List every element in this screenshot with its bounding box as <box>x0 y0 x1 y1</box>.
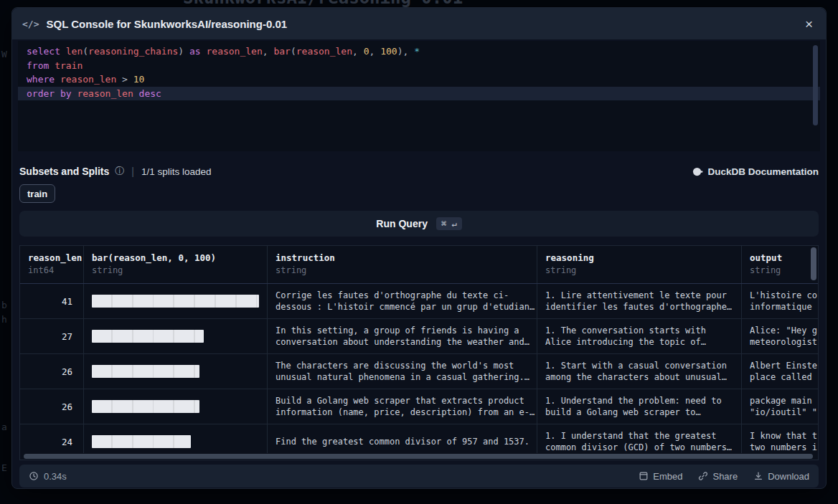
cell-reasoning: 1. Understand the problem: need to build… <box>537 389 742 424</box>
column-header-reason-len: reason_lenint64 <box>20 246 84 283</box>
divider: | <box>130 166 136 177</box>
sql-code-line: select len(reasoning_chains) as reason_l… <box>18 44 820 59</box>
column-header-instruction: instructionstring <box>268 246 537 283</box>
table-row: 27In this setting, a group of friends is… <box>20 319 818 354</box>
table-body: 41Corrige les fautes d'orthographe du te… <box>20 284 818 454</box>
duckdb-documentation-link[interactable]: DuckDB Documentation <box>692 166 819 177</box>
close-icon[interactable]: × <box>802 16 816 32</box>
cell-bar-chart <box>84 389 268 424</box>
cell-reasoning: 1. Lire attentivement le texte pour iden… <box>537 284 742 318</box>
value-bar <box>92 435 191 448</box>
run-query-button[interactable]: Run Query ⌘ ↵ <box>19 211 819 237</box>
results-table: reason_lenint64bar(reason_len, 0, 100)st… <box>19 245 819 460</box>
cell-instruction: In this setting, a group of friends is h… <box>268 319 537 353</box>
info-icon[interactable]: ⓘ <box>115 165 124 178</box>
duckdb-logo-icon <box>692 166 703 177</box>
cell-reason-len: 27 <box>20 319 84 353</box>
share-button[interactable]: Share <box>698 471 738 482</box>
cell-output: I know that t two numbers i <box>742 424 818 454</box>
horizontal-scroll-thumb[interactable] <box>24 454 813 459</box>
value-bar <box>92 295 259 308</box>
table-horizontal-scrollbar[interactable] <box>20 453 818 460</box>
cell-bar-chart <box>84 284 268 318</box>
cell-instruction: Build a Golang web scraper that extracts… <box>268 389 537 424</box>
cell-reason-len: 26 <box>20 389 84 424</box>
keyboard-shortcut-badge: ⌘ ↵ <box>436 217 462 230</box>
cell-instruction: Corrige les fautes d'orthographe du text… <box>268 284 537 318</box>
clock-icon <box>29 471 39 481</box>
background-text-fragment: b <box>1 300 7 310</box>
cell-output: Albert Einste place called <box>742 354 818 389</box>
value-bar <box>92 400 199 413</box>
cell-bar-chart <box>84 354 268 389</box>
cell-instruction: The characters are discussing the world'… <box>268 354 537 389</box>
cell-bar-chart <box>84 424 268 454</box>
cell-bar-chart <box>84 319 268 353</box>
split-chip-train[interactable]: train <box>19 184 55 203</box>
split-chips: train <box>19 184 819 203</box>
background-text-fragment: a <box>1 422 7 432</box>
background-text-fragment: E <box>1 462 7 473</box>
code-icon: </> <box>22 19 39 29</box>
table-row: 41Corrige les fautes d'orthographe du te… <box>20 284 818 319</box>
sql-code: select len(reasoning_chains) as reason_l… <box>18 44 820 100</box>
cell-output: L'histoire co informatique <box>742 284 818 318</box>
embed-icon <box>639 471 649 481</box>
cell-instruction: Find the greatest common divisor of 957 … <box>268 424 537 454</box>
cell-reason-len: 24 <box>20 424 84 454</box>
status-footer: 0.34s Embed Share Down <box>19 465 819 488</box>
sql-code-line: order by reason_len desc <box>18 87 820 101</box>
splits-loaded-status: 1/1 splits loaded <box>141 166 212 177</box>
table-row: 26Build a Golang web scraper that extrac… <box>20 389 818 424</box>
table-vertical-scrollbar[interactable] <box>811 247 816 280</box>
cell-reasoning: 1. The conversation starts with Alice in… <box>537 319 742 353</box>
column-header-reasoning: reasoningstring <box>537 246 742 283</box>
background-text-fragment: W <box>1 49 7 60</box>
sql-console-modal: </> SQL Console for SkunkworksAI/reasoni… <box>11 7 827 489</box>
cell-reason-len: 26 <box>20 354 84 389</box>
cell-reasoning: 1. Start with a casual conversation amon… <box>537 354 742 389</box>
sql-code-line: where reason_len > 10 <box>18 72 820 87</box>
subsets-row: Subsets and Splits ⓘ | 1/1 splits loaded… <box>19 164 819 179</box>
column-header-output: outputstring <box>742 246 818 283</box>
cell-reason-len: 41 <box>20 284 84 318</box>
cell-output: package main "io/ioutil" " <box>742 389 818 424</box>
table-row: 24Find the greatest common divisor of 95… <box>20 424 818 454</box>
query-duration: 0.34s <box>29 471 67 482</box>
editor-vertical-scrollbar[interactable] <box>813 45 818 125</box>
download-icon <box>753 471 763 481</box>
table-row: 26The characters are discussing the worl… <box>20 354 818 389</box>
value-bar <box>92 330 204 343</box>
sql-editor[interactable]: select len(reasoning_chains) as reason_l… <box>18 41 820 151</box>
modal-header: </> SQL Console for SkunkworksAI/reasoni… <box>12 8 826 39</box>
cell-output: Alice: "Hey g meteorologist <box>742 319 818 353</box>
cell-reasoning: 1. I understand that the greatest common… <box>537 424 742 454</box>
subsets-label: Subsets and Splits <box>19 166 109 177</box>
download-button[interactable]: Download <box>753 471 809 482</box>
sql-code-line: from train <box>18 59 820 73</box>
table-header: reason_lenint64bar(reason_len, 0, 100)st… <box>20 246 818 284</box>
modal-title: SQL Console for SkunkworksAI/reasoning-0… <box>46 18 794 30</box>
column-header-bar-reason-len-0-100-: bar(reason_len, 0, 100)string <box>84 246 268 283</box>
background-text-fragment: h <box>1 314 7 325</box>
share-link-icon <box>698 471 708 481</box>
value-bar <box>92 365 199 378</box>
embed-button[interactable]: Embed <box>639 471 682 482</box>
